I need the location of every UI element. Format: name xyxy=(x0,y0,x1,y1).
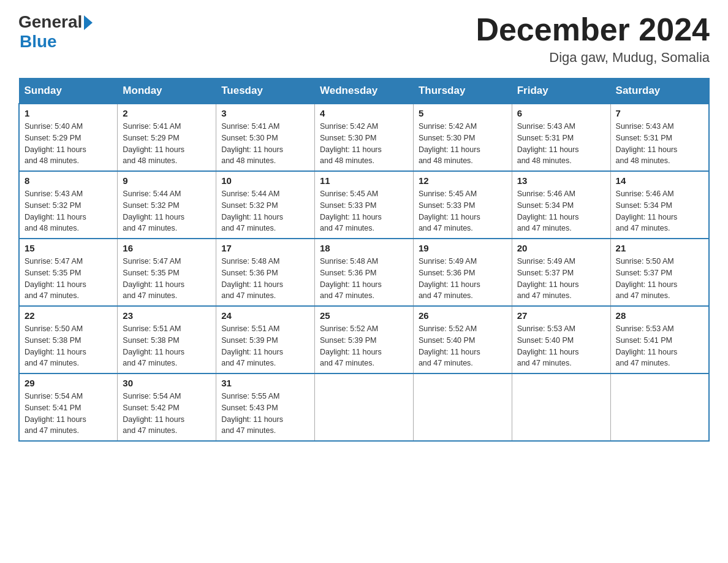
day-number: 6 xyxy=(517,108,605,118)
calendar-cell: 3 Sunrise: 5:41 AMSunset: 5:30 PMDayligh… xyxy=(216,104,315,171)
calendar-week-row: 1 Sunrise: 5:40 AMSunset: 5:29 PMDayligh… xyxy=(19,104,709,171)
calendar-cell: 26 Sunrise: 5:52 AMSunset: 5:40 PMDaylig… xyxy=(413,306,512,373)
day-info: Sunrise: 5:43 AMSunset: 5:31 PMDaylight:… xyxy=(616,122,678,165)
day-number: 8 xyxy=(25,175,112,186)
day-number: 20 xyxy=(517,243,605,253)
calendar-cell: 6 Sunrise: 5:43 AMSunset: 5:31 PMDayligh… xyxy=(512,104,610,171)
day-info: Sunrise: 5:42 AMSunset: 5:30 PMDaylight:… xyxy=(320,122,382,165)
day-number: 5 xyxy=(419,108,507,118)
day-number: 26 xyxy=(419,310,507,321)
calendar-cell: 12 Sunrise: 5:45 AMSunset: 5:33 PMDaylig… xyxy=(413,171,512,239)
day-info: Sunrise: 5:43 AMSunset: 5:32 PMDaylight:… xyxy=(25,190,86,232)
logo: General Blue xyxy=(18,12,93,52)
day-number: 27 xyxy=(517,310,605,321)
calendar-cell: 13 Sunrise: 5:46 AMSunset: 5:34 PMDaylig… xyxy=(512,171,610,239)
header-monday: Monday xyxy=(118,79,216,104)
calendar-cell: 17 Sunrise: 5:48 AMSunset: 5:36 PMDaylig… xyxy=(216,239,315,306)
day-number: 21 xyxy=(616,243,703,253)
calendar-cell: 1 Sunrise: 5:40 AMSunset: 5:29 PMDayligh… xyxy=(19,104,118,171)
day-info: Sunrise: 5:48 AMSunset: 5:36 PMDaylight:… xyxy=(221,257,283,300)
day-number: 1 xyxy=(25,108,112,118)
calendar-cell: 8 Sunrise: 5:43 AMSunset: 5:32 PMDayligh… xyxy=(19,171,118,239)
day-number: 15 xyxy=(25,243,112,253)
month-title: December 2024 xyxy=(476,12,710,47)
calendar-cell: 14 Sunrise: 5:46 AMSunset: 5:34 PMDaylig… xyxy=(610,171,709,239)
calendar-cell: 4 Sunrise: 5:42 AMSunset: 5:30 PMDayligh… xyxy=(315,104,414,171)
calendar-cell xyxy=(413,373,512,441)
day-info: Sunrise: 5:42 AMSunset: 5:30 PMDaylight:… xyxy=(419,122,480,165)
day-info: Sunrise: 5:44 AMSunset: 5:32 PMDaylight:… xyxy=(221,190,283,232)
day-info: Sunrise: 5:48 AMSunset: 5:36 PMDaylight:… xyxy=(320,257,382,300)
day-info: Sunrise: 5:46 AMSunset: 5:34 PMDaylight:… xyxy=(517,190,579,232)
header-thursday: Thursday xyxy=(413,79,512,104)
day-number: 11 xyxy=(320,175,408,186)
day-info: Sunrise: 5:49 AMSunset: 5:36 PMDaylight:… xyxy=(419,257,480,300)
calendar-cell: 15 Sunrise: 5:47 AMSunset: 5:35 PMDaylig… xyxy=(19,239,118,306)
calendar-cell xyxy=(315,373,414,441)
day-info: Sunrise: 5:40 AMSunset: 5:29 PMDaylight:… xyxy=(25,122,86,165)
header-sunday: Sunday xyxy=(19,79,118,104)
day-info: Sunrise: 5:50 AMSunset: 5:37 PMDaylight:… xyxy=(616,257,678,300)
day-info: Sunrise: 5:46 AMSunset: 5:34 PMDaylight:… xyxy=(616,190,678,232)
logo-arrow-icon xyxy=(84,15,93,30)
day-info: Sunrise: 5:51 AMSunset: 5:39 PMDaylight:… xyxy=(221,324,283,367)
calendar-cell: 9 Sunrise: 5:44 AMSunset: 5:32 PMDayligh… xyxy=(118,171,216,239)
day-number: 18 xyxy=(320,243,408,253)
day-info: Sunrise: 5:54 AMSunset: 5:42 PMDaylight:… xyxy=(123,392,184,435)
calendar-cell: 20 Sunrise: 5:49 AMSunset: 5:37 PMDaylig… xyxy=(512,239,610,306)
calendar-week-row: 29 Sunrise: 5:54 AMSunset: 5:41 PMDaylig… xyxy=(19,373,709,441)
calendar-cell: 11 Sunrise: 5:45 AMSunset: 5:33 PMDaylig… xyxy=(315,171,414,239)
day-info: Sunrise: 5:45 AMSunset: 5:33 PMDaylight:… xyxy=(419,190,480,232)
day-number: 28 xyxy=(616,310,703,321)
day-number: 23 xyxy=(123,310,211,321)
day-info: Sunrise: 5:52 AMSunset: 5:39 PMDaylight:… xyxy=(320,324,382,367)
day-number: 12 xyxy=(419,175,507,186)
day-number: 25 xyxy=(320,310,408,321)
day-number: 29 xyxy=(25,378,112,388)
day-number: 2 xyxy=(123,108,211,118)
calendar-week-row: 8 Sunrise: 5:43 AMSunset: 5:32 PMDayligh… xyxy=(19,171,709,239)
day-number: 24 xyxy=(221,310,309,321)
day-info: Sunrise: 5:55 AMSunset: 5:43 PMDaylight:… xyxy=(221,392,283,435)
calendar-cell: 2 Sunrise: 5:41 AMSunset: 5:29 PMDayligh… xyxy=(118,104,216,171)
logo-blue: Blue xyxy=(20,32,57,51)
calendar-cell: 21 Sunrise: 5:50 AMSunset: 5:37 PMDaylig… xyxy=(610,239,709,306)
day-number: 3 xyxy=(221,108,309,118)
calendar-cell: 16 Sunrise: 5:47 AMSunset: 5:35 PMDaylig… xyxy=(118,239,216,306)
calendar-cell xyxy=(610,373,709,441)
calendar-cell: 31 Sunrise: 5:55 AMSunset: 5:43 PMDaylig… xyxy=(216,373,315,441)
day-number: 16 xyxy=(123,243,211,253)
day-info: Sunrise: 5:51 AMSunset: 5:38 PMDaylight:… xyxy=(123,324,184,367)
day-info: Sunrise: 5:53 AMSunset: 5:40 PMDaylight:… xyxy=(517,324,579,367)
calendar-cell: 28 Sunrise: 5:53 AMSunset: 5:41 PMDaylig… xyxy=(610,306,709,373)
calendar-cell: 7 Sunrise: 5:43 AMSunset: 5:31 PMDayligh… xyxy=(610,104,709,171)
header-friday: Friday xyxy=(512,79,610,104)
day-number: 19 xyxy=(419,243,507,253)
day-info: Sunrise: 5:54 AMSunset: 5:41 PMDaylight:… xyxy=(25,392,86,435)
day-info: Sunrise: 5:43 AMSunset: 5:31 PMDaylight:… xyxy=(517,122,579,165)
calendar-table: SundayMondayTuesdayWednesdayThursdayFrid… xyxy=(18,78,710,442)
calendar-cell xyxy=(512,373,610,441)
day-info: Sunrise: 5:50 AMSunset: 5:38 PMDaylight:… xyxy=(25,324,86,367)
calendar-week-row: 22 Sunrise: 5:50 AMSunset: 5:38 PMDaylig… xyxy=(19,306,709,373)
day-number: 17 xyxy=(221,243,309,253)
day-number: 4 xyxy=(320,108,408,118)
header-saturday: Saturday xyxy=(610,79,709,104)
calendar-cell: 27 Sunrise: 5:53 AMSunset: 5:40 PMDaylig… xyxy=(512,306,610,373)
logo-general: General xyxy=(18,12,82,32)
location-subtitle: Diga gaw, Mudug, Somalia xyxy=(476,50,710,66)
calendar-header-row: SundayMondayTuesdayWednesdayThursdayFrid… xyxy=(19,79,709,104)
day-number: 9 xyxy=(123,175,211,186)
day-number: 22 xyxy=(25,310,112,321)
calendar-cell: 30 Sunrise: 5:54 AMSunset: 5:42 PMDaylig… xyxy=(118,373,216,441)
calendar-cell: 19 Sunrise: 5:49 AMSunset: 5:36 PMDaylig… xyxy=(413,239,512,306)
day-info: Sunrise: 5:49 AMSunset: 5:37 PMDaylight:… xyxy=(517,257,579,300)
calendar-cell: 25 Sunrise: 5:52 AMSunset: 5:39 PMDaylig… xyxy=(315,306,414,373)
day-info: Sunrise: 5:53 AMSunset: 5:41 PMDaylight:… xyxy=(616,324,678,367)
header-tuesday: Tuesday xyxy=(216,79,315,104)
day-info: Sunrise: 5:52 AMSunset: 5:40 PMDaylight:… xyxy=(419,324,480,367)
calendar-cell: 22 Sunrise: 5:50 AMSunset: 5:38 PMDaylig… xyxy=(19,306,118,373)
calendar-cell: 29 Sunrise: 5:54 AMSunset: 5:41 PMDaylig… xyxy=(19,373,118,441)
day-number: 14 xyxy=(616,175,703,186)
day-info: Sunrise: 5:47 AMSunset: 5:35 PMDaylight:… xyxy=(25,257,86,300)
